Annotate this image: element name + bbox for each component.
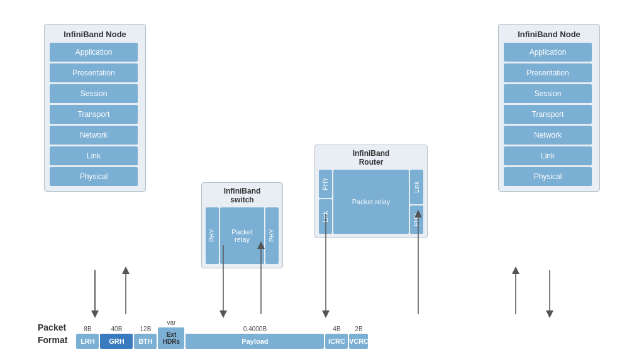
left-layer-link: Link bbox=[50, 146, 138, 165]
payload-box: Payload bbox=[186, 334, 324, 349]
field-lrh: 8B LRH bbox=[76, 326, 99, 349]
router-left-col: PHY Link bbox=[319, 170, 332, 234]
field-grh: 40B GRH bbox=[100, 326, 133, 349]
field-icrc: 4B ICRC bbox=[325, 326, 348, 349]
packet-format-section: Packet Format 8B LRH 40B GRH 12B BTH var bbox=[38, 319, 368, 349]
field-exthdr: var ExtHDRs bbox=[158, 319, 184, 349]
switch-title: InfiniBandswitch bbox=[206, 187, 279, 204]
vcrc-box: VCRC bbox=[349, 334, 368, 349]
switch-phy-right: PHY bbox=[265, 207, 279, 264]
switch-phy-left: PHY bbox=[206, 207, 219, 264]
switch-inner: PHY Packet relay PHY bbox=[206, 207, 279, 264]
packet-fields: 8B LRH 40B GRH 12B BTH var ExtHDRs 0.400… bbox=[76, 319, 368, 349]
icrc-box: ICRC bbox=[325, 334, 348, 349]
bth-box: BTH bbox=[134, 334, 157, 349]
left-ib-node: InfiniBand Node Application Presentation… bbox=[44, 24, 146, 192]
bth-size: 12B bbox=[140, 326, 152, 332]
router-relay: Packet relay bbox=[333, 170, 409, 234]
router-title: InfiniBandRouter bbox=[319, 149, 423, 167]
right-layer-presentation: Presentation bbox=[504, 63, 592, 82]
left-layer-presentation: Presentation bbox=[50, 63, 138, 82]
icrc-size: 4B bbox=[333, 326, 340, 332]
left-layer-application: Application bbox=[50, 43, 138, 62]
right-ib-node: InfiniBand Node Application Presentation… bbox=[498, 24, 600, 192]
field-bth: 12B BTH bbox=[134, 326, 157, 349]
right-layer-physical: Physical bbox=[504, 167, 592, 186]
grh-size: 40B bbox=[111, 326, 123, 332]
field-vcrc: 2B VCRC bbox=[349, 326, 368, 349]
right-layer-stack: Application Presentation Session Transpo… bbox=[504, 43, 594, 186]
left-layer-network: Network bbox=[50, 126, 138, 145]
ib-switch: InfiniBandswitch PHY Packet relay PHY bbox=[201, 182, 283, 268]
router-right-col: Link PHY bbox=[410, 170, 423, 234]
vcrc-size: 2B bbox=[355, 326, 362, 332]
lrh-size: 8B bbox=[84, 326, 91, 332]
packet-format-label: Packet Format bbox=[38, 322, 67, 346]
lrh-box: LRH bbox=[76, 334, 99, 349]
left-layer-stack: Application Presentation Session Transpo… bbox=[50, 43, 140, 186]
right-layer-network: Network bbox=[504, 126, 592, 145]
field-payload: 0.4000B Payload bbox=[186, 326, 324, 349]
switch-relay: Packet relay bbox=[220, 207, 264, 264]
right-layer-transport: Transport bbox=[504, 105, 592, 124]
diagram-container: InfiniBand Node Application Presentation… bbox=[0, 0, 644, 362]
grh-box: GRH bbox=[100, 334, 133, 349]
left-layer-session: Session bbox=[50, 84, 138, 103]
right-layer-application: Application bbox=[504, 43, 592, 62]
router-right-phy: PHY bbox=[410, 206, 423, 234]
right-layer-link: Link bbox=[504, 146, 592, 165]
router-left-phy: PHY bbox=[319, 170, 332, 198]
right-node-title: InfiniBand Node bbox=[504, 30, 594, 39]
payload-size: 0.4000B bbox=[243, 326, 267, 332]
exthdr-box: ExtHDRs bbox=[158, 327, 184, 349]
right-layer-session: Session bbox=[504, 84, 592, 103]
router-inner: PHY Link Packet relay Link PHY bbox=[319, 170, 423, 234]
left-layer-physical: Physical bbox=[50, 167, 138, 186]
exthdr-size: var bbox=[167, 319, 176, 326]
left-layer-transport: Transport bbox=[50, 105, 138, 124]
ib-router: InfiniBandRouter PHY Link Packet relay L… bbox=[314, 145, 428, 238]
router-right-link: Link bbox=[410, 170, 423, 204]
router-left-link: Link bbox=[319, 199, 332, 234]
left-node-title: InfiniBand Node bbox=[50, 30, 140, 39]
